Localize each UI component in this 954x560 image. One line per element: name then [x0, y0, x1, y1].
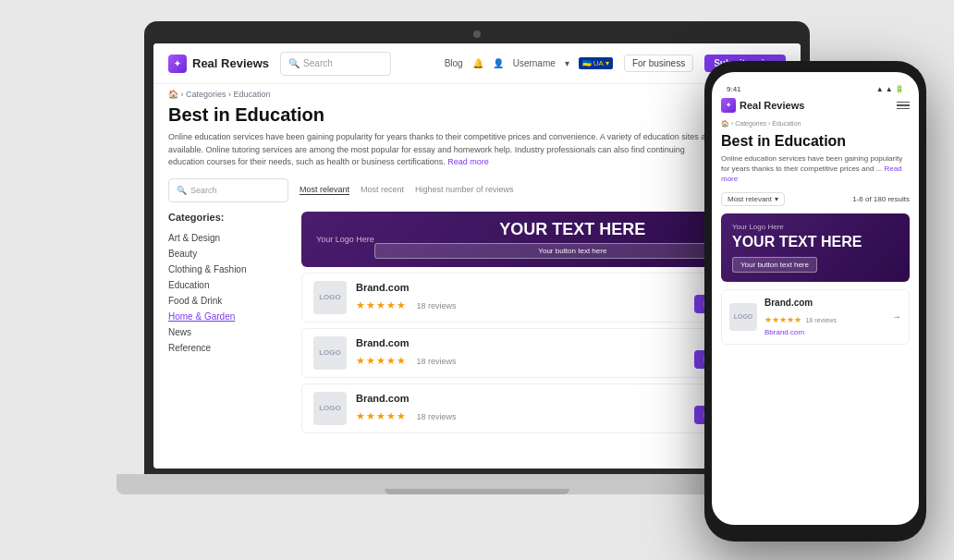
- rating-row-2: ★★★★★ 18 reviews: [356, 351, 685, 368]
- brand-name-1: Brand.com: [356, 282, 685, 293]
- nav-links: Blog 🔔 👤 Username ▾ 🇺🇦 UA ▾: [445, 57, 613, 69]
- phone-logo-icon: ✦: [721, 98, 736, 113]
- phone-stars: ★★★★★: [764, 315, 801, 324]
- brand-logo-1: LOGO: [313, 281, 347, 314]
- phone-logo: ✦ Real Reviews: [721, 98, 804, 113]
- for-business-button[interactable]: For business: [624, 55, 693, 72]
- phone-sort-select[interactable]: Most relevant ▾: [721, 192, 785, 206]
- phone-nav: ✦ Real Reviews: [721, 98, 910, 113]
- filter-bar: 🔍 Search Most relevant Most recent Highe…: [168, 178, 786, 202]
- phone-rating: ★★★★★ 18 reviews: [764, 310, 885, 326]
- listing-info-3: Brand.com ★★★★★ 18 reviews: [356, 393, 685, 423]
- page-description: Online education services have been gain…: [168, 131, 723, 169]
- phone-icons: ▲ ▲ 🔋: [876, 85, 904, 93]
- listing-info-1: Brand.com ★★★★★ 18 reviews: [356, 282, 685, 312]
- listing-search[interactable]: 🔍 Search: [168, 178, 288, 202]
- review-count-1: 18 reviews: [416, 301, 456, 310]
- site-name: Real Reviews: [192, 56, 269, 70]
- breadcrumb-categories[interactable]: Categories: [186, 90, 226, 99]
- review-count-2: 18 reviews: [416, 357, 456, 366]
- home-icon: 🏠: [168, 90, 178, 99]
- star-rating-1: ★★★★★: [356, 299, 407, 310]
- brand-name-2: Brand.com: [356, 337, 685, 348]
- category-reference[interactable]: Reference: [168, 340, 288, 356]
- sort-most-recent[interactable]: Most recent: [361, 185, 404, 195]
- username-label[interactable]: Username: [513, 58, 556, 68]
- phone-results-count: 1-6 of 180 results: [852, 195, 910, 203]
- category-news[interactable]: News: [168, 324, 288, 340]
- phone-screen: 9:41 ▲ ▲ 🔋 ✦ Real Reviews 🏠 › Categories…: [712, 72, 919, 525]
- review-count-3: 18 reviews: [416, 412, 456, 421]
- phone-review-count: 18 reviews: [805, 317, 836, 323]
- main-content: Best in Education Online education servi…: [153, 104, 801, 469]
- nav-search-bar[interactable]: 🔍 Search: [280, 52, 391, 76]
- phone-time: 9:41: [727, 85, 741, 93]
- search-icon: 🔍: [288, 58, 300, 68]
- hamburger-menu[interactable]: [897, 102, 910, 110]
- brand-name-3: Brand.com: [356, 393, 685, 404]
- logo-icon: ✦: [168, 55, 187, 73]
- breadcrumb-current: Education: [234, 90, 271, 99]
- phone-status-bar: 9:41 ▲ ▲ 🔋: [719, 85, 911, 93]
- categories-panel: Categories: Art & Design Beauty Clothing…: [168, 212, 288, 469]
- category-food[interactable]: Food & Drink: [168, 293, 288, 309]
- phone-breadcrumb: 🏠 › Categories › Education: [721, 120, 910, 128]
- phone-brand-link[interactable]: Bbrand.com: [764, 328, 885, 336]
- chevron-down-icon: ▾: [565, 58, 569, 68]
- page-title: Best in Education: [168, 104, 786, 126]
- search-placeholder: Search: [303, 58, 333, 68]
- brand-logo-3: LOGO: [313, 392, 347, 425]
- notification-icon: 🔔: [472, 58, 483, 68]
- ad-logo-text: Your Logo Here: [316, 235, 374, 244]
- phone-body: 9:41 ▲ ▲ 🔋 ✦ Real Reviews 🏠 › Categories…: [704, 61, 926, 542]
- rating-row-1: ★★★★★ 18 reviews: [356, 296, 685, 312]
- rating-row-3: ★★★★★ 18 reviews: [356, 407, 685, 423]
- phone-site-name: Real Reviews: [740, 100, 804, 111]
- category-beauty[interactable]: Beauty: [168, 246, 288, 262]
- category-home-garden[interactable]: Home & Garden: [168, 309, 288, 324]
- laptop-camera: [473, 30, 481, 38]
- category-art-design[interactable]: Art & Design: [168, 230, 288, 246]
- lang-code: UA: [593, 59, 604, 67]
- sort-highest-reviews[interactable]: Highest number of reviews: [415, 185, 514, 195]
- category-education[interactable]: Education: [168, 277, 288, 293]
- phone-page-title: Best in Education: [721, 133, 910, 150]
- sort-most-relevant[interactable]: Most relevant: [300, 185, 349, 195]
- phone-listing-card: LOGO Brand.com ★★★★★ 18 reviews Bbrand.c…: [721, 289, 910, 345]
- phone-filter-bar: Most relevant ▾ 1-6 of 180 results: [721, 192, 910, 206]
- breadcrumb: 🏠 › Categories › Education: [153, 84, 801, 104]
- phone-inner: ✦ Real Reviews 🏠 › Categories › Educatio…: [712, 72, 919, 525]
- phone-ad-text: YOUR TEXT HERE: [732, 234, 899, 250]
- phone-description: Online education services have been gain…: [721, 153, 910, 185]
- navigation-bar: ✦ Real Reviews 🔍 Search Blog 🔔 👤 Usernam…: [153, 43, 801, 84]
- phone-card-info: Brand.com ★★★★★ 18 reviews Bbrand.com: [764, 298, 885, 336]
- filter-chevron: ▾: [775, 195, 778, 203]
- sort-tabs: Most relevant Most recent Highest number…: [300, 185, 514, 195]
- blog-link[interactable]: Blog: [445, 58, 463, 68]
- phone-card-arrow[interactable]: →: [892, 311, 901, 322]
- categories-title: Categories:: [168, 212, 288, 223]
- flag-icon: 🇺🇦: [582, 59, 592, 67]
- category-clothing[interactable]: Clothing & Fashion: [168, 262, 288, 277]
- site-logo: ✦ Real Reviews: [168, 55, 269, 73]
- brand-logo-2: LOGO: [313, 336, 347, 370]
- phone-brand-logo: LOGO: [729, 303, 757, 331]
- listing-info-2: Brand.com ★★★★★ 18 reviews: [356, 337, 685, 368]
- flag-chevron: ▾: [605, 59, 609, 67]
- search-text: Search: [190, 186, 217, 195]
- star-rating-3: ★★★★★: [356, 410, 407, 421]
- phone-ad-button[interactable]: Your button text here: [732, 257, 817, 273]
- phone-ad-banner[interactable]: Your Logo Here YOUR TEXT HERE Your butto…: [721, 213, 910, 282]
- read-more-link[interactable]: Read more: [447, 157, 489, 166]
- star-rating-2: ★★★★★: [356, 355, 407, 366]
- search-icon: 🔍: [177, 186, 187, 195]
- phone-mockup: 9:41 ▲ ▲ 🔋 ✦ Real Reviews 🏠 › Categories…: [704, 61, 926, 542]
- laptop-screen: ✦ Real Reviews 🔍 Search Blog 🔔 👤 Usernam…: [153, 43, 801, 469]
- phone-brand-name: Brand.com: [764, 298, 885, 308]
- language-selector[interactable]: 🇺🇦 UA ▾: [579, 57, 613, 69]
- user-avatar: 👤: [493, 58, 504, 68]
- content-area: Categories: Art & Design Beauty Clothing…: [168, 212, 786, 469]
- phone-ad-logo: Your Logo Here: [732, 223, 899, 231]
